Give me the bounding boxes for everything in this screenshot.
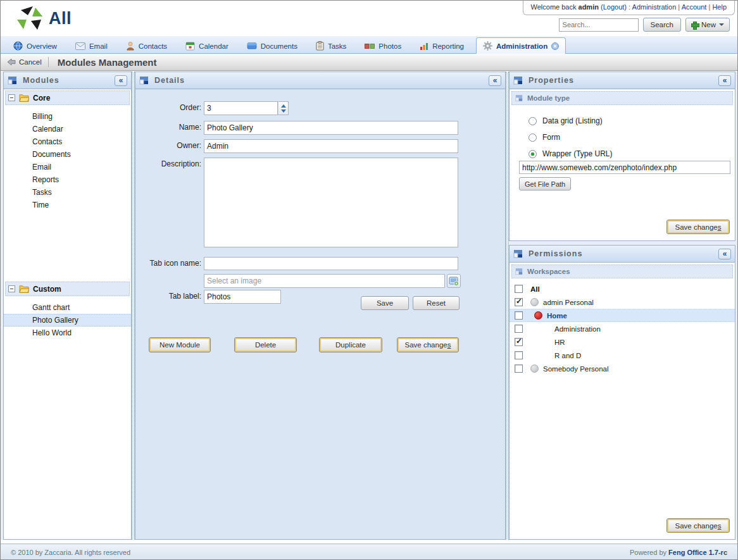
user-bar: Welcome back admin (Logout) : Administra…	[523, 1, 735, 15]
close-tab-icon[interactable]	[551, 42, 559, 50]
tab-email[interactable]: Email	[69, 39, 114, 53]
order-input[interactable]	[204, 101, 278, 115]
user-link-help[interactable]: Help	[712, 3, 727, 11]
user-link-administration[interactable]: Administration	[632, 3, 677, 11]
description-textarea[interactable]	[204, 158, 458, 247]
image-picker-button[interactable]	[447, 274, 461, 288]
tab-overview[interactable]: Overview	[7, 39, 63, 53]
search-button[interactable]: Search	[643, 18, 681, 32]
tree-group-custom[interactable]: Custom	[5, 282, 130, 296]
tab-documents[interactable]: Documents	[241, 39, 304, 53]
user-link-account[interactable]: Account	[682, 3, 707, 11]
tab-icon-name-label: Tab icon name:	[135, 259, 201, 268]
new-module-button[interactable]: New Module	[149, 337, 211, 352]
radio-form[interactable]: Form	[528, 133, 560, 142]
workspace-checkbox[interactable]	[515, 364, 523, 373]
tab-icon-name-input[interactable]	[204, 257, 458, 270]
copyright-text: © 2010 by Zaccaria. All rights reserved	[11, 549, 130, 556]
module-item-contacts[interactable]: Contacts	[4, 135, 131, 148]
save-changes-button[interactable]: Save changes	[397, 337, 459, 352]
save-changes-accesskey: s	[718, 223, 722, 231]
workspace-checkbox[interactable]	[515, 325, 523, 333]
tab-administration[interactable]: Administration	[476, 37, 566, 54]
details-panel-title: Details	[154, 76, 185, 85]
get-file-path-button[interactable]: Get File Path	[519, 177, 571, 190]
workspace-row-hr[interactable]: HR	[510, 335, 735, 349]
spinner-down-icon[interactable]	[281, 109, 286, 113]
workspace-row-r-and-d[interactable]: R and D	[510, 349, 735, 362]
radio-data-grid-listing-[interactable]: Data grid (Listing)	[528, 116, 603, 125]
tab-label: Reporting	[432, 42, 464, 50]
module-item-email[interactable]: Email	[4, 161, 131, 173]
wrapper-url-input[interactable]	[519, 161, 730, 174]
footer: © 2010 by Zaccaria. All rights reserved …	[1, 544, 737, 560]
duplicate-button[interactable]: Duplicate	[319, 337, 382, 352]
tab-calendar[interactable]: Calendar	[179, 39, 235, 53]
panel-icon	[513, 249, 523, 258]
collapse-details-button[interactable]: «	[489, 75, 501, 86]
module-item-calendar[interactable]: Calendar	[4, 123, 131, 135]
image-select-input[interactable]	[204, 274, 445, 288]
radio-button-icon[interactable]	[528, 150, 537, 158]
main-tab-bar: OverviewEmailContactsCalendarDocumentsTa…	[1, 36, 737, 54]
description-label: Description:	[135, 159, 201, 168]
tree-group-core[interactable]: Core	[5, 90, 130, 105]
logout-link[interactable]: (Logout)	[601, 3, 627, 11]
module-item-gantt-chart[interactable]: Gantt chart	[4, 301, 131, 314]
workspace-label: Somebody Personal	[543, 365, 609, 373]
module-item-hello-world[interactable]: Hello World	[4, 327, 131, 339]
tab-tasks[interactable]: Tasks	[310, 39, 353, 53]
collapse-minus-icon[interactable]	[8, 285, 15, 292]
permissions-save-changes-button[interactable]: Save changes	[666, 518, 730, 533]
breadcrumb-toolbar: Cancel Modules Management	[1, 54, 737, 71]
radio-wrapper-type-url-[interactable]: Wrapper (Type URL)	[528, 149, 612, 158]
name-input[interactable]	[204, 121, 458, 135]
permissions-panel-header: Permissions «	[510, 246, 735, 263]
new-button[interactable]: New	[685, 18, 730, 32]
order-spinner[interactable]	[278, 101, 289, 115]
tab-reporting[interactable]: Reporting	[413, 39, 470, 53]
workspace-row-home[interactable]: Home	[510, 309, 735, 322]
collapse-minus-icon[interactable]	[8, 94, 15, 101]
owner-input[interactable]	[204, 139, 458, 153]
workspace-checkbox[interactable]	[515, 338, 523, 346]
photos-icon	[365, 43, 375, 49]
module-item-tasks[interactable]: Tasks	[4, 186, 131, 199]
product-link[interactable]: Feng Office 1.7	[668, 549, 718, 556]
workspace-row-admin-personal[interactable]: admin Personal	[510, 296, 735, 309]
module-item-reports[interactable]: Reports	[4, 173, 131, 186]
colon-separator: :	[629, 3, 630, 11]
save-button[interactable]: Save	[361, 296, 409, 310]
tab-contacts[interactable]: Contacts	[120, 39, 173, 53]
workspace-checkbox[interactable]	[515, 351, 523, 359]
tab-photos[interactable]: Photos	[358, 39, 408, 53]
module-item-time[interactable]: Time	[4, 199, 131, 211]
radio-button-icon[interactable]	[528, 117, 537, 125]
panel-icon	[513, 76, 523, 85]
module-item-billing[interactable]: Billing	[4, 110, 131, 123]
collapse-left-button[interactable]: «	[115, 75, 127, 86]
workspace-row-administration[interactable]: Administration	[510, 322, 735, 335]
version-suffix: -rc	[718, 549, 727, 556]
owner-label: Owner:	[135, 141, 201, 150]
workspace-checkbox[interactable]	[515, 298, 523, 306]
delete-button[interactable]: Delete	[234, 337, 297, 352]
gear-icon	[483, 41, 492, 51]
workspace-row-somebody-personal[interactable]: Somebody Personal	[510, 362, 735, 375]
gray-dot-icon	[530, 364, 539, 373]
properties-save-changes-button[interactable]: Save changes	[666, 220, 730, 234]
search-input[interactable]	[559, 18, 639, 32]
workspace-checkbox[interactable]	[515, 311, 523, 320]
spinner-up-icon[interactable]	[281, 104, 286, 108]
module-item-documents[interactable]: Documents	[4, 148, 131, 161]
module-item-photo-gallery[interactable]: Photo Gallery	[4, 314, 131, 327]
tab-label-input[interactable]	[204, 290, 281, 304]
collapse-permissions-button[interactable]: «	[718, 249, 731, 259]
radio-button-icon[interactable]	[528, 134, 537, 142]
workspace-row-all[interactable]: All	[510, 282, 735, 296]
reset-button[interactable]: Reset	[413, 296, 460, 310]
cancel-button[interactable]: Cancel	[7, 58, 42, 66]
collapse-properties-button[interactable]: «	[718, 75, 731, 86]
workspace-checkbox[interactable]	[515, 285, 523, 293]
modules-panel-title: Modules	[23, 76, 59, 85]
